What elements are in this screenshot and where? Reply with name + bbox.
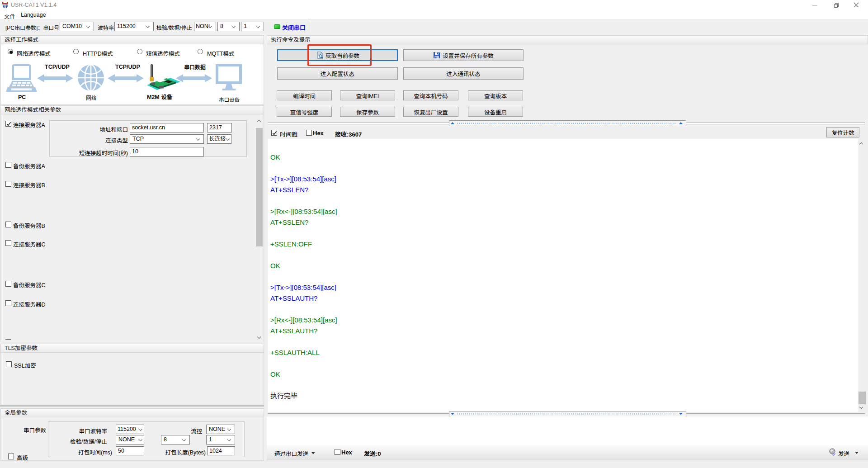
svg-text:M2M 设备: M2M 设备 <box>147 94 173 100</box>
svg-text:串口数据: 串口数据 <box>184 64 206 71</box>
svg-text:网络: 网络 <box>86 95 97 101</box>
svg-text:TCP/UDP: TCP/UDP <box>115 64 140 70</box>
svg-text:TCP/UDP: TCP/UDP <box>45 64 70 70</box>
svg-text:串口设备: 串口设备 <box>219 97 240 103</box>
svg-text:PC: PC <box>18 94 26 100</box>
